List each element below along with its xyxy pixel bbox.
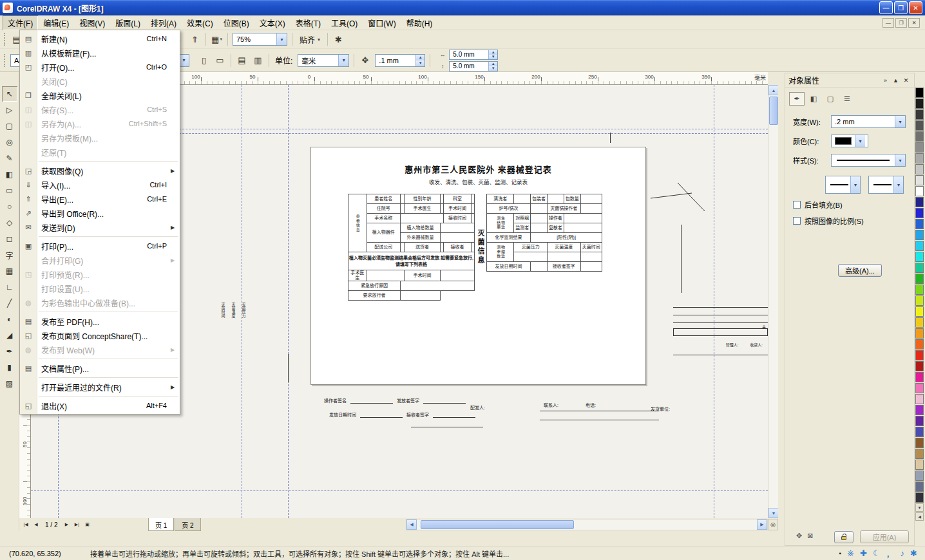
guideline[interactable] — [288, 85, 289, 518]
color-swatch[interactable] — [915, 175, 924, 185]
horizontal-scrollbar[interactable]: ◀ ▶ — [406, 519, 768, 530]
docker-collapse-icon[interactable]: » — [881, 75, 890, 85]
color-swatch[interactable] — [915, 295, 924, 306]
fill-tab[interactable]: ◧ — [806, 92, 821, 106]
spin-down-icon[interactable]: ▼ — [489, 66, 497, 71]
outline-pen-tool[interactable]: ✒ — [2, 344, 17, 359]
page-tab[interactable]: 页 1 — [148, 518, 174, 531]
file-menu-item[interactable]: ❐全部关闭(L) — [20, 88, 180, 102]
connector-tool[interactable]: ╱ — [2, 295, 17, 311]
end-arrowhead-combo[interactable]: ▾ — [868, 176, 904, 194]
menubar-item[interactable]: 表格(T) — [291, 15, 326, 30]
docker-splitter[interactable] — [778, 85, 785, 518]
chevron-down-icon[interactable]: ▾ — [895, 154, 905, 166]
color-swatch[interactable] — [915, 471, 924, 481]
color-swatch[interactable] — [915, 427, 924, 437]
color-swatch[interactable] — [915, 274, 924, 284]
zoom-tool[interactable]: ◎ — [2, 135, 17, 150]
color-swatch[interactable] — [915, 241, 924, 251]
scroll-left-icon[interactable]: ◀ — [406, 519, 417, 530]
rectangle-tool[interactable]: ▭ — [2, 183, 17, 198]
units-combo[interactable]: 毫米 ▾ — [298, 54, 349, 67]
advanced-button[interactable]: 高级(A)... — [838, 264, 882, 277]
basic-shapes-tool[interactable]: ◻ — [2, 231, 17, 247]
spin-up-icon[interactable]: ▲ — [489, 62, 497, 66]
color-swatch[interactable] — [915, 186, 924, 196]
snap-to-dropdown[interactable]: 贴齐 ▾ — [295, 32, 325, 46]
vertical-scrollbar[interactable]: ▲ ▼ — [768, 85, 778, 518]
file-menu-item[interactable]: ✉发送到(D)▶ — [20, 220, 180, 234]
scroll-up-icon[interactable]: ▲ — [768, 85, 779, 95]
nudge-offset-spinner[interactable]: .1 mm ▲ ▼ — [375, 54, 425, 67]
interactive-fill-tool[interactable]: ▨ — [2, 376, 17, 391]
color-swatch[interactable] — [915, 219, 924, 229]
first-page-button[interactable]: |◀ — [21, 519, 31, 530]
line-object[interactable] — [681, 225, 682, 293]
file-menu-item[interactable]: ▤新建(N)Ctrl+N — [20, 32, 180, 46]
color-swatch[interactable] — [915, 492, 924, 503]
landscape-button[interactable]: ▭ — [213, 53, 227, 68]
file-menu-item[interactable]: ⇗导出到 Office(R)... — [20, 206, 180, 220]
color-swatch[interactable] — [915, 460, 924, 470]
file-menu-item[interactable]: 打开最近用过的文件(R)▶ — [20, 380, 180, 394]
color-swatch[interactable] — [915, 481, 924, 492]
line-object[interactable] — [288, 354, 289, 382]
color-swatch[interactable] — [915, 306, 924, 317]
color-swatch[interactable] — [915, 285, 924, 295]
color-swatch[interactable] — [915, 339, 924, 350]
menubar-item[interactable]: 窗口(W) — [363, 15, 401, 30]
application-launcher-button[interactable]: ▦▾ — [209, 32, 224, 47]
scale-with-image-checkbox[interactable] — [793, 217, 801, 225]
chevron-down-icon[interactable]: ▾ — [855, 135, 865, 147]
file-menu-item[interactable]: ▤发布至 PDF(H)... — [20, 314, 180, 328]
file-menu-item[interactable]: ▥从模板新建(F)... — [20, 46, 180, 60]
export-button[interactable]: ⇑ — [187, 32, 202, 47]
dimension-tool[interactable]: ∟ — [2, 279, 17, 295]
zoom-level-combo[interactable]: 75% ▾ — [233, 33, 287, 46]
previous-page-button[interactable]: ◀ — [31, 519, 41, 530]
color-swatch[interactable] — [915, 208, 924, 218]
lock-button[interactable] — [834, 531, 853, 543]
duplicate-x-spinner[interactable]: 5.0 mm ▲▼ — [449, 50, 498, 60]
menubar-item[interactable]: 视图(V) — [74, 15, 110, 30]
color-swatch[interactable] — [915, 361, 924, 371]
next-page-button[interactable]: ▶ — [61, 519, 72, 530]
color-swatch[interactable] — [915, 197, 924, 207]
crop-tool[interactable]: ▢ — [2, 118, 17, 134]
minimize-button[interactable]: — — [879, 1, 893, 14]
last-page-button[interactable]: ▶| — [72, 519, 82, 530]
add-page-button[interactable]: ▣ — [82, 519, 92, 530]
chevron-down-icon[interactable]: ▾ — [850, 176, 860, 193]
page-tab[interactable]: ▢ — [823, 92, 838, 106]
toolbar-grip[interactable] — [4, 54, 6, 67]
menubar-item[interactable]: 排列(A) — [146, 15, 182, 30]
ellipse-tool[interactable]: ○ — [2, 199, 17, 214]
file-menu-item[interactable]: ◰打开(O)...Ctrl+O — [20, 60, 180, 74]
menubar-item[interactable]: 版面(L) — [110, 15, 146, 30]
menubar-item[interactable]: 文本(X) — [254, 15, 291, 30]
doc-restore-button[interactable]: ❐ — [895, 18, 907, 28]
interactive-blend-tool[interactable]: ◐ — [2, 312, 17, 327]
color-swatch[interactable] — [915, 252, 924, 262]
summary-tab[interactable]: ☰ — [839, 92, 855, 106]
fill-indicator-icon[interactable]: ✥ — [796, 532, 802, 540]
horizontal-scroll-thumb[interactable] — [421, 520, 574, 529]
guideline[interactable] — [714, 85, 714, 518]
outline-width-combo[interactable]: .2 mm ▾ — [831, 115, 906, 128]
color-swatch[interactable] — [915, 120, 924, 131]
color-swatch[interactable] — [915, 109, 924, 120]
smart-fill-tool[interactable]: ◧ — [2, 167, 17, 182]
polygon-tool[interactable]: ◇ — [2, 215, 17, 230]
guideline[interactable] — [31, 490, 768, 491]
gear-icon[interactable]: ✱ — [910, 548, 917, 558]
plus-icon[interactable]: ✚ — [860, 548, 867, 558]
spin-down-icon[interactable]: ▼ — [416, 61, 424, 66]
color-swatch[interactable] — [915, 416, 924, 426]
maximize-button[interactable]: ❐ — [894, 1, 908, 14]
outline-color-combo[interactable]: ▾ — [831, 135, 868, 147]
outline-tab[interactable]: ✒ — [789, 92, 805, 106]
apply-button[interactable]: 应用(A) — [860, 530, 909, 543]
page-tab[interactable]: 页 2 — [175, 518, 200, 531]
text-tool[interactable]: 字 — [2, 247, 17, 263]
options-button[interactable]: ✱ — [331, 32, 346, 47]
